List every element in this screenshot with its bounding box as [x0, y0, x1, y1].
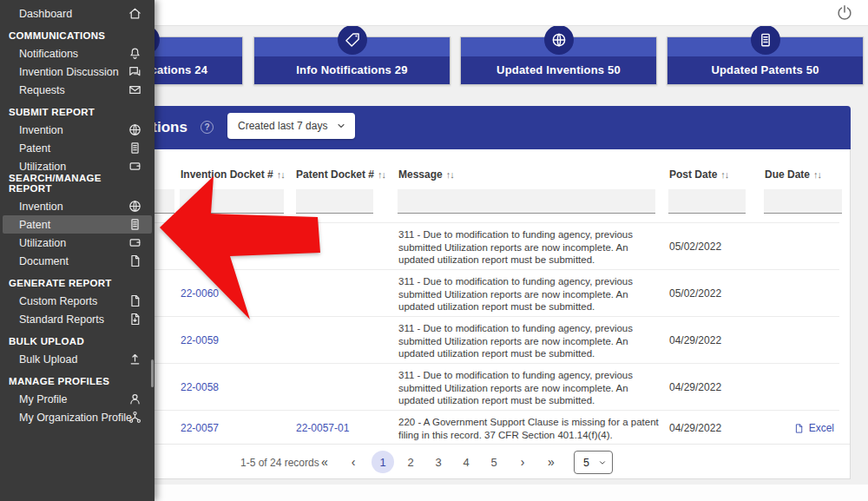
invention-docket-link[interactable]: 22-0057 [181, 422, 219, 434]
page-size-select[interactable]: 5 [574, 451, 613, 474]
sidebar-item-bulk-upload[interactable]: Bulk Upload [0, 350, 155, 368]
records-summary: 1-5 of 24 records [240, 457, 319, 469]
page-button-3[interactable]: 3 [427, 451, 450, 473]
invention-docket-link[interactable]: 22-0060 [181, 287, 219, 300]
upload-icon [128, 352, 142, 366]
column-header-message[interactable]: Message↑↓ [398, 168, 454, 181]
sidebar-item-dashboard[interactable]: Dashboard [0, 4, 155, 23]
invention-docket-link[interactable]: 22-0061 [181, 241, 219, 253]
sidebar-item-custom-reports[interactable]: Custom Reports [0, 292, 155, 310]
page-size-value: 5 [583, 457, 589, 469]
mail-icon [128, 82, 142, 97]
document-lines-icon [128, 217, 142, 232]
message-cell: 220 - A Government Support Clause is mis… [398, 416, 661, 441]
card-updated-inventions[interactable]: Updated Inventions 50 [460, 36, 657, 85]
post-date-cell: 04/29/2022 [669, 381, 721, 393]
help-icon[interactable]: ? [201, 121, 214, 134]
power-icon[interactable] [835, 3, 854, 23]
sidebar-item-my-organization-profile[interactable]: My Organization Profile [0, 408, 155, 426]
message-cell: 311 - Due to modification to funding age… [398, 322, 661, 360]
file-pdf-icon [128, 312, 142, 326]
card-label: Updated Patents 50 [667, 63, 863, 76]
chevron-down-icon [336, 121, 346, 131]
column-header-due-date[interactable]: Due Date↑↓ [765, 168, 821, 181]
filter-input-message[interactable] [398, 189, 655, 214]
chevron-down-icon [598, 458, 607, 467]
sidebar-scrollbar[interactable] [151, 359, 154, 387]
excel-file-icon [793, 423, 805, 434]
post-date-cell: 05/02/2022 [669, 241, 721, 253]
patent-docket-link[interactable]: 22-0057-01 [296, 422, 349, 434]
card-label: Info Notifications 29 [254, 63, 450, 76]
globe-icon [128, 199, 142, 214]
page-button-1[interactable]: 1 [372, 451, 394, 473]
sidebar-section-search-manage-report: SEARCH/MANAGE REPORT [0, 175, 155, 197]
column-header-patent-docket[interactable]: Patent Docket #↑↓ [296, 168, 385, 181]
invention-docket-link[interactable]: 22-0059 [181, 334, 219, 346]
document-lines-icon [128, 141, 142, 155]
column-header-invention-docket[interactable]: Invention Docket #↑↓ [181, 168, 285, 181]
message-cell: 311 - Due to modification to funding age… [398, 369, 661, 407]
person-icon [128, 392, 142, 406]
page-button-2[interactable]: 2 [399, 451, 422, 473]
post-date-cell: 05/02/2022 [669, 287, 721, 300]
sidebar-item-submit-patent[interactable]: Patent [0, 139, 155, 157]
globe-icon [128, 122, 142, 137]
sidebar-item-search-invention[interactable]: Invention [0, 197, 155, 215]
filter-input-due-date[interactable] [764, 189, 842, 214]
card-updated-patents[interactable]: Updated Patents 50 [667, 36, 864, 85]
excel-label: Excel [809, 422, 834, 434]
org-chart-icon [128, 410, 142, 425]
sidebar-section-generate-report: GENERATE REPORT [0, 270, 155, 292]
file-icon [128, 293, 142, 308]
sidebar-item-notifications[interactable]: Notifications [0, 44, 155, 63]
sidebar-section-submit-report: SUBMIT REPORT [0, 99, 155, 121]
sidebar-item-my-profile[interactable]: My Profile [0, 390, 155, 408]
last-page-button[interactable]: » [540, 451, 562, 473]
home-icon [128, 6, 142, 21]
filter-input-post-date[interactable] [668, 189, 746, 214]
post-date-cell: 04/29/2022 [669, 422, 721, 434]
page-button-5[interactable]: 5 [483, 451, 505, 473]
next-page-button[interactable]: › [511, 451, 534, 473]
filter-input-invention-docket[interactable] [180, 189, 284, 214]
card-label: Updated Inventions 50 [461, 63, 656, 76]
wallet-icon [128, 235, 142, 250]
invention-docket-link[interactable]: 22-0058 [181, 381, 219, 393]
sidebar-item-standard-reports[interactable]: Standard Reports [0, 310, 155, 328]
message-cell: 311 - Due to modification to funding age… [398, 228, 661, 267]
column-header-post-date[interactable]: Post Date↑↓ [669, 168, 728, 181]
wallet-icon [128, 159, 142, 174]
sidebar-item-search-utilization[interactable]: Utilization [0, 234, 155, 252]
sort-icon[interactable]: ↑↓ [277, 169, 285, 180]
sidebar-section-communications: COMMUNICATIONS [0, 23, 155, 44]
filter-input-patent-docket[interactable] [296, 189, 373, 214]
sidebar-section-manage-profiles: MANAGE PROFILES [0, 368, 155, 390]
sort-icon[interactable]: ↑↓ [720, 169, 728, 180]
post-date-cell: 04/29/2022 [669, 334, 721, 346]
sidebar-item-invention-discussion[interactable]: Invention Discussion [0, 63, 155, 81]
bell-icon [128, 46, 142, 61]
discussion-icon [128, 64, 142, 79]
sidebar-item-submit-utilization[interactable]: Utilization [0, 157, 155, 175]
previous-page-button[interactable]: ‹ [342, 451, 365, 473]
sidebar-item-submit-invention[interactable]: Invention [0, 121, 155, 139]
sidebar-section-bulk-upload: BULK UPLOAD [0, 328, 155, 350]
page-button-4[interactable]: 4 [455, 451, 477, 473]
sort-icon[interactable]: ↑↓ [813, 169, 821, 180]
sidebar-nav: Dashboard COMMUNICATIONS Notifications I… [0, 0, 155, 501]
sort-icon[interactable]: ↑↓ [378, 169, 385, 180]
export-excel-link[interactable]: Excel [793, 422, 834, 434]
date-range-value: Created last 7 days [238, 120, 327, 132]
sidebar-item-requests[interactable]: Requests [0, 81, 155, 99]
sidebar-item-search-patent[interactable]: Patent [3, 215, 152, 234]
tag-icon [338, 25, 367, 55]
file-icon [128, 254, 142, 268]
sidebar-item-search-document[interactable]: Document [0, 252, 155, 270]
first-page-button[interactable]: « [313, 451, 336, 473]
message-cell: 311 - Due to modification to funding age… [398, 275, 661, 313]
date-range-dropdown[interactable]: Created last 7 days [227, 113, 355, 139]
document-lines-icon [751, 25, 780, 55]
sort-icon[interactable]: ↑↓ [446, 169, 454, 180]
card-info-notifications[interactable]: Info Notifications 29 [253, 36, 450, 85]
